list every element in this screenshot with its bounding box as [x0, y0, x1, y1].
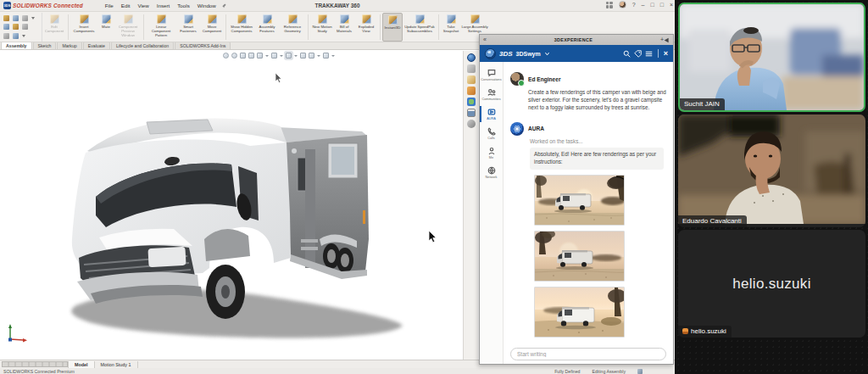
aura-author: AURA: [528, 126, 544, 131]
rendering-image-2[interactable]: [534, 231, 625, 282]
compass-icon[interactable]: [485, 48, 496, 59]
tag-icon[interactable]: [634, 50, 642, 58]
edition-label: SOLIDWORKS Connected Premium: [3, 369, 75, 374]
move-component-button[interactable]: Move Component: [200, 13, 224, 42]
document-title: TRAKKAWAY 360: [315, 3, 360, 8]
aura-task-status[interactable]: Worked on the tasks...: [530, 138, 666, 144]
print-icon[interactable]: [3, 33, 9, 39]
options-icon[interactable]: [13, 33, 19, 39]
ed-engineer-avatar[interactable]: [510, 72, 524, 86]
mic-off-icon: [682, 328, 688, 334]
home-icon[interactable]: [3, 15, 9, 21]
display-style-icon[interactable]: [271, 53, 277, 59]
tab-sketch[interactable]: Sketch: [33, 42, 57, 49]
tab-solidworks-addins[interactable]: SOLIDWORKS Add-Ins: [175, 42, 231, 49]
help-icon[interactable]: ?: [632, 1, 636, 8]
reference-geometry-button[interactable]: Reference Geometry: [279, 13, 306, 42]
nav-conversations[interactable]: Conversations: [480, 69, 503, 81]
menu-file[interactable]: File: [105, 3, 114, 8]
minimize-icon[interactable]: –: [642, 1, 645, 8]
menu-window[interactable]: Window: [198, 3, 216, 8]
view-settings-icon[interactable]: [323, 53, 329, 59]
undo-dropdown-caret[interactable]: [31, 17, 35, 20]
options-dropdown-caret[interactable]: [22, 35, 25, 37]
menu-icon[interactable]: [645, 50, 653, 58]
new-motion-study-button[interactable]: New Motion Study: [310, 13, 334, 42]
swym-app-name[interactable]: 3DSwym: [516, 51, 541, 57]
nav-network[interactable]: Network: [480, 166, 503, 179]
custom-properties-icon[interactable]: [467, 120, 476, 128]
instant3d-icon: [388, 15, 398, 25]
nav-aura[interactable]: AURA: [480, 108, 503, 120]
chevron-down-icon[interactable]: [544, 51, 550, 57]
instant3d-button[interactable]: Instant3D: [382, 13, 403, 42]
pin-panel-icon[interactable]: [664, 37, 670, 43]
close-icon[interactable]: ×: [670, 1, 673, 8]
open-icon[interactable]: [13, 15, 19, 21]
linear-component-pattern-button[interactable]: Linear Component Pattern: [146, 13, 176, 42]
update-speedpak-button[interactable]: Update SpeedPak Subassemblies: [403, 13, 437, 42]
apply-scene-icon[interactable]: [309, 53, 314, 59]
tab-evaluate[interactable]: Evaluate: [83, 42, 110, 49]
message-author: Ed Engineer: [528, 76, 560, 82]
mouse-cursor: [428, 231, 437, 243]
nav-communities[interactable]: Communities: [480, 88, 503, 101]
pin-menu-icon[interactable]: [221, 3, 227, 8]
resources-icon[interactable]: [467, 64, 476, 73]
new-window-icon[interactable]: □: [660, 1, 664, 8]
rendering-image-3[interactable]: [534, 287, 625, 338]
menu-tools[interactable]: Tools: [177, 3, 189, 8]
design-library-icon[interactable]: [467, 75, 476, 84]
restore-icon[interactable]: □: [650, 1, 654, 8]
take-snapshot-button[interactable]: Take Snapshot: [441, 13, 461, 42]
file-explorer-icon[interactable]: [467, 87, 476, 95]
exploded-view-button[interactable]: Exploded View: [354, 13, 378, 42]
me-icon: [487, 147, 496, 155]
participant-tile-helio[interactable]: helio.suzuki helio.suzuki: [678, 230, 865, 338]
tab-assembly[interactable]: Assembly: [1, 42, 32, 49]
tab-model[interactable]: Model: [68, 361, 95, 368]
undo-icon[interactable]: [22, 15, 28, 21]
graphics-viewport[interactable]: [0, 51, 463, 360]
show-hidden-components-button[interactable]: Show Hidden Components: [228, 13, 255, 42]
tab-markup[interactable]: Markup: [57, 42, 81, 49]
title-bar: 3DS SOLIDWORKS Connected File Edit View …: [0, 0, 675, 12]
camper-van-model[interactable]: [47, 112, 415, 358]
3dexperience-compass-icon[interactable]: [467, 53, 476, 62]
tab-motion-study-1[interactable]: Motion Study 1: [95, 361, 138, 368]
nav-me[interactable]: Me: [480, 147, 503, 159]
save-icon[interactable]: [13, 24, 19, 30]
edit-appearance-icon[interactable]: [300, 53, 306, 59]
rendering-image-1[interactable]: [534, 175, 625, 226]
apps-grid-icon[interactable]: [606, 2, 613, 8]
previous-view-icon[interactable]: [240, 53, 246, 59]
menu-edit[interactable]: Edit: [121, 3, 131, 8]
smart-fasteners-button[interactable]: Smart Fasteners: [176, 13, 200, 42]
section-view-icon[interactable]: [248, 53, 254, 59]
zoom-to-area-icon[interactable]: [231, 53, 237, 59]
appearances-icon[interactable]: [467, 109, 476, 117]
status-bar: SOLIDWORKS Connected Premium Fully Defin…: [0, 368, 675, 374]
participant-tile-eduardo[interactable]: Eduardo Cavalcanti: [678, 114, 865, 227]
menu-insert[interactable]: Insert: [157, 3, 170, 8]
menu-view[interactable]: View: [137, 3, 148, 8]
network-icon: [487, 166, 496, 175]
zoom-to-fit-icon[interactable]: [223, 53, 229, 59]
view-palette-icon[interactable]: [467, 98, 476, 106]
assembly-features-button[interactable]: Assembly Features: [255, 13, 279, 42]
insert-components-button[interactable]: Insert Components: [70, 13, 97, 42]
new-document-icon[interactable]: [3, 24, 9, 30]
search-icon[interactable]: [623, 50, 631, 58]
view-orientation-icon[interactable]: [257, 53, 263, 59]
tab-lifecycle-collaboration[interactable]: Lifecycle and Collaboration: [111, 42, 174, 49]
hide-show-items-icon[interactable]: [286, 53, 292, 59]
nav-calls[interactable]: Calls: [480, 127, 503, 140]
chat-input[interactable]: [510, 348, 666, 360]
participant-tile-suchit[interactable]: Suchit JAIN: [678, 3, 865, 112]
bill-of-materials-button[interactable]: Bill of Materials: [334, 13, 354, 42]
redo-icon[interactable]: [22, 24, 28, 30]
close-panel-icon[interactable]: ×: [664, 50, 668, 58]
user-avatar[interactable]: [619, 1, 626, 8]
mate-button[interactable]: Mate: [97, 13, 114, 42]
component-preview-window-button: Component Preview Window: [114, 13, 142, 42]
